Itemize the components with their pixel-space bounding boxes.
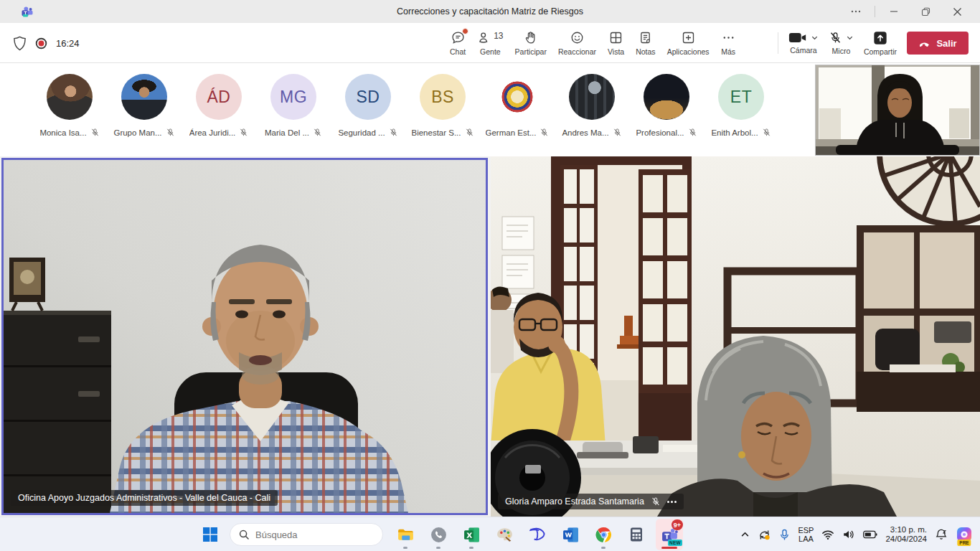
minimize-button[interactable] xyxy=(878,0,910,23)
avatar-initials: SD xyxy=(345,74,391,120)
mic-chevron-icon[interactable] xyxy=(846,34,854,42)
self-view-video[interactable] xyxy=(815,65,980,156)
participant-enith[interactable]: ET Enith Arbol... xyxy=(707,74,776,137)
participant-name: Monica Isa... xyxy=(39,128,86,137)
chat-button[interactable]: Chat xyxy=(446,23,469,63)
copilot-pre-badge: PRE xyxy=(957,540,971,546)
smiley-icon xyxy=(570,30,585,45)
video-scene-right xyxy=(491,156,980,517)
people-count: 13 xyxy=(494,31,503,41)
camera-on-icon xyxy=(788,32,807,44)
excel-icon xyxy=(462,525,481,544)
camera-chevron-icon[interactable] xyxy=(811,34,819,42)
video-tile-right[interactable]: Gloria Amparo Estrada Santamaria xyxy=(491,156,980,517)
close-button[interactable] xyxy=(941,0,973,23)
tray-battery-icon[interactable] xyxy=(863,530,877,539)
tray-update-icon[interactable] xyxy=(758,528,771,542)
taskbar-calculator[interactable] xyxy=(623,519,650,550)
participant-name: Seguridad ... xyxy=(338,128,385,137)
video-scene-left xyxy=(4,160,486,513)
tray-microphone-icon[interactable] xyxy=(779,529,790,541)
running-indicator xyxy=(469,547,473,549)
avatar-photo xyxy=(47,74,93,120)
window-title: Correcciones y capacitación Matriz de Ri… xyxy=(0,0,980,23)
taskbar-search[interactable] xyxy=(230,523,383,546)
more-options-icon[interactable] xyxy=(667,501,677,503)
taskbar-word[interactable] xyxy=(557,519,584,550)
taskbar-paint[interactable] xyxy=(491,519,518,550)
taskbar-teams[interactable]: 9+ NEW xyxy=(656,519,683,550)
mic-off-icon xyxy=(651,496,661,507)
meeting-toolbar: 16:24 Chat 13 xyxy=(0,23,980,63)
video-name-text: Oficina Apoyo Juzgados Administrativos -… xyxy=(18,493,270,503)
taskbar-excel[interactable] xyxy=(458,519,485,550)
word-icon xyxy=(561,525,580,544)
people-icon xyxy=(477,30,492,45)
search-input[interactable] xyxy=(255,529,363,540)
share-button[interactable]: Compartir xyxy=(864,31,897,56)
participant-andres[interactable]: Andres Ma... xyxy=(557,74,626,137)
titlebar-separator xyxy=(875,6,875,17)
camera-label: Cámara xyxy=(790,46,816,55)
window-more-button[interactable] xyxy=(840,0,872,23)
tray-notification-bell-icon[interactable] xyxy=(935,528,948,541)
chat-label: Chat xyxy=(450,47,466,56)
people-button[interactable]: 13 Gente xyxy=(473,23,507,63)
tray-date: 24/04/2024 xyxy=(885,534,927,543)
windows-taskbar: 9+ NEW xyxy=(0,517,980,551)
restore-button[interactable] xyxy=(910,0,941,23)
video-name-label-left: Oficina Apoyo Juzgados Administrativos -… xyxy=(11,490,278,506)
mic-off-icon xyxy=(90,128,100,137)
tray-language-indicator[interactable]: ESP LAA xyxy=(798,526,814,543)
more-label: Más xyxy=(721,47,735,56)
tray-copilot-icon[interactable]: PRE xyxy=(956,526,973,543)
camera-button[interactable]: Cámara xyxy=(788,32,819,55)
participant-maria[interactable]: MG Maria Del ... xyxy=(259,74,328,137)
raise-hand-button[interactable]: Participar xyxy=(512,23,550,63)
avatar-photo xyxy=(569,74,615,120)
video-tile-left[interactable]: Oficina Apoyo Juzgados Administrativos -… xyxy=(1,158,488,515)
participant-name: Profesional... xyxy=(636,128,684,137)
raise-hand-icon xyxy=(523,30,538,45)
tray-chevron-up[interactable] xyxy=(740,530,750,540)
share-screen-icon xyxy=(873,31,887,45)
participant-seguridad[interactable]: SD Seguridad ... xyxy=(334,74,402,137)
mic-button[interactable]: Micro xyxy=(829,31,854,55)
avatar-photo xyxy=(121,74,167,120)
recording-indicator-icon xyxy=(35,37,47,50)
tray-wifi-icon[interactable] xyxy=(821,529,834,540)
apps-plus-icon xyxy=(681,30,696,45)
participant-monica[interactable]: Monica Isa... xyxy=(35,74,104,137)
react-button[interactable]: Reaccionar xyxy=(555,23,600,63)
start-button[interactable] xyxy=(202,527,218,542)
video-name-text: Gloria Amparo Estrada Santamaria xyxy=(505,496,644,507)
participant-name: Grupo Man... xyxy=(113,128,161,137)
participant-area-juridica[interactable]: ÁD Área Juridi... xyxy=(184,74,253,137)
teams-notification-badge: 9+ xyxy=(672,519,683,530)
apps-button[interactable]: Aplicaciones xyxy=(664,23,713,63)
view-label: Vista xyxy=(608,47,624,56)
video-name-label-right: Gloria Amparo Estrada Santamaria xyxy=(498,494,684,509)
close-icon xyxy=(953,7,962,17)
avatar-initials: MG xyxy=(270,74,316,120)
taskbar-file-explorer[interactable] xyxy=(392,519,419,550)
participant-profesional[interactable]: Profesional... xyxy=(632,74,701,137)
participant-grupo[interactable]: Grupo Man... xyxy=(110,74,179,137)
participant-german[interactable]: German Est... xyxy=(483,74,552,137)
mic-off-icon xyxy=(313,128,322,137)
paint-icon xyxy=(495,525,514,544)
more-button[interactable]: Más xyxy=(717,23,740,63)
file-explorer-icon xyxy=(396,525,415,544)
participant-name: Enith Arbol... xyxy=(711,128,758,137)
taskbar-whatsapp[interactable] xyxy=(425,519,452,550)
security-shield-icon[interactable] xyxy=(13,36,27,51)
participant-bienestar[interactable]: BS Bienestar S... xyxy=(408,74,477,137)
view-button[interactable]: Vista xyxy=(604,23,628,63)
taskbar-disney-plus[interactable] xyxy=(524,519,551,550)
tray-volume-icon[interactable] xyxy=(842,529,855,540)
tray-clock[interactable]: 3:10 p. m. 24/04/2024 xyxy=(885,525,927,544)
notes-button[interactable]: Notas xyxy=(632,23,659,63)
taskbar-chrome[interactable] xyxy=(590,519,617,550)
mic-off-icon xyxy=(239,128,248,137)
leave-button[interactable]: Salir xyxy=(907,32,969,55)
